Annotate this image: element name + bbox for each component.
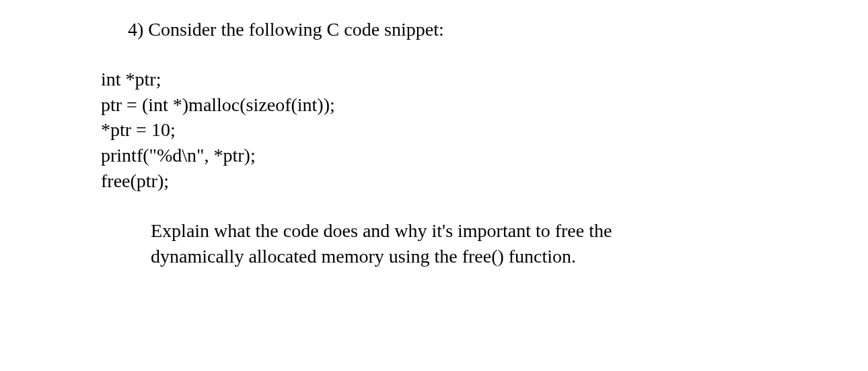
code-line-3: *ptr = 10;: [101, 117, 767, 143]
code-line-1: int *ptr;: [101, 67, 767, 92]
explanation-text: Explain what the code does and why it's …: [151, 218, 642, 269]
question-prompt: 4) Consider the following C code snippet…: [128, 17, 767, 42]
code-line-2: ptr = (int *)malloc(sizeof(int));: [101, 92, 767, 118]
question-number: 4): [128, 19, 143, 40]
question-text: Consider the following C code snippet:: [148, 19, 443, 40]
code-snippet: int *ptr; ptr = (int *)malloc(sizeof(int…: [101, 67, 767, 194]
code-line-5: free(ptr);: [101, 168, 767, 194]
code-line-4: printf("%d\n", *ptr);: [101, 143, 767, 168]
